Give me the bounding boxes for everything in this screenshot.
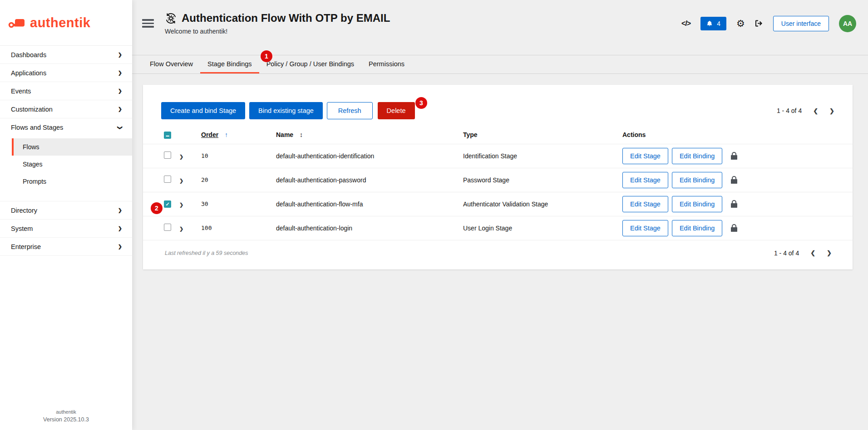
pagination-next-icon[interactable]: ❯ [829,108,834,114]
page-title: Authentication Flow With OTP by EMAIL [182,12,390,24]
bind-existing-stage-button[interactable]: Bind existing stage [249,102,323,119]
cell-order: 30 [201,192,276,216]
refresh-button[interactable]: Refresh [327,102,373,119]
tab-flow-overview[interactable]: Flow Overview [143,55,200,73]
sidebar: authentik Dashboards ❯ Applications ❯ Ev… [0,0,132,430]
row-checkbox[interactable] [164,200,171,208]
chevron-down-icon: ❯ [117,125,123,129]
sidebar-item-label: Prompts [23,178,46,185]
tab-policy-group-user-bindings[interactable]: Policy / Group / User Bindings [259,55,361,73]
settings-gear-icon[interactable]: ⚙ [736,19,745,28]
edit-stage-button[interactable]: Edit Stage [622,196,668,212]
footer-app-name: authentik [0,409,132,415]
tabs-bar: Flow Overview Stage Bindings Policy / Gr… [132,55,868,74]
edit-stage-button[interactable]: Edit Stage [622,220,668,236]
cell-type: Identification Stage [463,144,622,168]
sidebar-footer: authentik Version 2025.10.3 [0,409,132,430]
pagination-next-icon[interactable]: ❯ [827,249,832,256]
last-refreshed-text: Last refreshed il y a 59 secondes [165,250,248,256]
sidebar-nav: Dashboards ❯ Applications ❯ Events ❯ Cus… [0,45,132,256]
tab-permissions[interactable]: Permissions [361,55,412,73]
edit-stage-button[interactable]: Edit Stage [622,148,668,164]
column-label[interactable]: Name [276,131,293,138]
flow-icon [165,12,177,24]
lock-icon [730,176,738,184]
brand-name: authentik [30,15,90,30]
row-checkbox[interactable] [164,151,171,159]
lock-icon [730,224,738,232]
sidebar-item-flows-and-stages[interactable]: Flows and Stages ❯ [0,118,132,137]
chevron-right-icon: ❯ [118,70,122,76]
chevron-right-icon: ❯ [118,244,122,249]
pagination-top: 1 - 4 of 4 ❮ ❯ [777,107,834,114]
sidebar-item-label: Directory [11,207,37,214]
sidebar-item-label: Stages [23,161,43,168]
sidebar-item-label: Customization [11,106,53,113]
create-and-bind-stage-button[interactable]: Create and bind Stage [161,102,245,119]
expand-row-icon[interactable]: ❯ [179,178,183,183]
column-label[interactable]: Order [201,131,218,138]
sign-out-icon[interactable] [755,20,763,27]
column-header-actions: Actions [622,126,853,144]
chevron-right-icon: ❯ [118,106,122,112]
hamburger-menu-icon[interactable] [142,19,154,28]
sidebar-item-stages[interactable]: Stages [12,156,132,173]
cell-order: 20 [201,168,276,192]
api-code-icon[interactable]: </> [681,20,690,28]
sidebar-item-label: Applications [11,69,46,77]
edit-binding-button[interactable]: Edit Binding [672,172,722,188]
sidebar-item-system[interactable]: System ❯ [0,220,132,238]
sidebar-item-customization[interactable]: Customization ❯ [0,100,132,118]
edit-stage-button[interactable]: Edit Stage [622,172,668,188]
sidebar-item-dashboards[interactable]: Dashboards ❯ [0,46,132,64]
row-checkbox[interactable] [164,224,171,231]
notifications-button[interactable]: 4 [700,17,726,30]
row-checkbox[interactable] [164,176,171,183]
main-area: Authentication Flow With OTP by EMAIL We… [132,0,868,430]
table-row: ❯ 100 default-authentication-login User … [143,216,853,240]
expand-row-icon[interactable]: ❯ [179,226,183,231]
stage-bindings-card: Create and bind Stage Bind existing stag… [143,85,853,269]
sidebar-item-flows[interactable]: Flows [12,138,132,156]
column-header-name[interactable]: Name ↕ [276,126,463,144]
edit-binding-button[interactable]: Edit Binding [672,196,722,212]
page-subtitle: Welcome to authentik! [165,28,390,35]
select-all-checkbox[interactable] [164,132,171,139]
chevron-right-icon: ❯ [118,225,122,231]
sidebar-item-events[interactable]: Events ❯ [0,82,132,100]
pagination-text: 1 - 4 of 4 [777,107,802,114]
column-header-type: Type [463,126,622,144]
table-row: ❯ 30 default-authentication-flow-mfa Aut… [143,192,853,216]
key-icon [8,15,27,31]
sidebar-item-directory[interactable]: Directory ❯ [0,201,132,220]
sidebar-item-label: System [11,225,33,232]
brand-logo: authentik [0,0,132,45]
sidebar-item-label: Flows and Stages [11,124,63,131]
sort-icon: ↕ [300,131,303,138]
sidebar-item-prompts[interactable]: Prompts [12,173,132,190]
sidebar-item-enterprise[interactable]: Enterprise ❯ [0,238,132,256]
avatar[interactable]: AA [839,15,856,32]
edit-binding-button[interactable]: Edit Binding [672,220,722,236]
pagination-text: 1 - 4 of 4 [774,249,799,257]
tab-stage-bindings[interactable]: Stage Bindings [200,55,259,73]
pagination-prev-icon[interactable]: ❮ [810,249,815,256]
user-interface-button[interactable]: User interface [773,16,829,31]
lock-icon [730,151,738,160]
annotation-badge-3: 3 [415,97,427,109]
pagination-bottom: 1 - 4 of 4 ❮ ❯ [774,249,832,257]
sidebar-item-label: Flows [23,143,39,151]
sidebar-sublist-flows: Flows Stages Prompts [12,138,132,190]
bell-icon [706,20,713,27]
expand-row-icon[interactable]: ❯ [179,202,183,207]
delete-button[interactable]: Delete [378,102,415,119]
expand-row-icon[interactable]: ❯ [179,154,183,159]
lock-icon [730,200,738,208]
column-header-order[interactable]: Order ↑ [201,126,276,144]
pagination-prev-icon[interactable]: ❮ [813,108,818,114]
sidebar-item-applications[interactable]: Applications ❯ [0,64,132,82]
edit-binding-button[interactable]: Edit Binding [672,148,722,164]
cell-order: 10 [201,144,276,168]
cell-name: default-authentication-login [276,216,463,240]
card-footer: Last refreshed il y a 59 secondes 1 - 4 … [143,240,853,259]
